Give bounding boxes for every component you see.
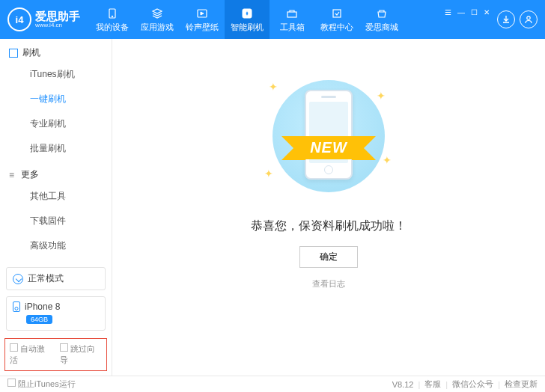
flash-icon — [9, 49, 18, 58]
view-log-link[interactable]: 查看日志 — [312, 278, 345, 290]
app-logo: i4 爱思助手 www.i4.cn — [7, 7, 90, 31]
store-icon — [374, 7, 389, 20]
user-icon[interactable] — [520, 10, 538, 28]
storage-badge: 64GB — [26, 315, 52, 324]
support-link[interactable]: 客服 — [424, 379, 441, 390]
sidebar-item[interactable]: 其他工具 — [0, 184, 112, 209]
sidebar-item[interactable]: 高级功能 — [0, 233, 112, 258]
device-mode[interactable]: 正常模式 — [6, 267, 106, 290]
hamburger-icon — [9, 170, 16, 180]
window-controls: ☰—☐✕ — [445, 8, 490, 16]
block-itunes-option[interactable]: 阻止iTunes运行 — [7, 379, 76, 390]
nav-media[interactable]: 铃声壁纸 — [180, 0, 225, 39]
menu-button[interactable]: ☰ — [445, 8, 451, 16]
logo-subtitle: www.i4.cn — [35, 22, 80, 28]
success-message: 恭喜您，保资料刷机成功啦！ — [251, 218, 407, 234]
mode-label: 正常模式 — [28, 272, 64, 285]
wechat-link[interactable]: 微信公众号 — [452, 379, 493, 390]
svg-point-1 — [112, 16, 113, 17]
nav-flash[interactable]: 智能刷机 — [225, 0, 270, 39]
nav-device[interactable]: 我的设备 — [90, 0, 135, 39]
mode-icon — [13, 274, 23, 284]
update-link[interactable]: 检查更新 — [505, 379, 538, 390]
new-ribbon: NEW — [296, 136, 361, 159]
sidebar-item[interactable]: 下载固件 — [0, 209, 112, 233]
sidebar-item[interactable]: 专业刷机 — [0, 111, 112, 136]
flash-icon — [240, 7, 255, 20]
device-name: iPhone 8 — [25, 301, 60, 312]
skip-wizard-option[interactable]: 跳过向导 — [60, 343, 103, 366]
sidebar-item[interactable]: iTunes刷机 — [0, 62, 112, 87]
nav-tutorial[interactable]: 教程中心 — [314, 0, 359, 39]
tutorial-icon — [329, 7, 344, 20]
sidebar-item[interactable]: 一键刷机 — [0, 87, 112, 111]
svg-rect-5 — [333, 10, 341, 17]
sidebar-section-more: 更多 — [0, 161, 112, 184]
logo-icon: i4 — [7, 7, 31, 31]
maximize-button[interactable]: ☐ — [471, 8, 478, 16]
minimize-button[interactable]: — — [457, 8, 465, 16]
app-header: i4 爱思助手 www.i4.cn 我的设备应用游戏铃声壁纸智能刷机工具箱教程中… — [0, 0, 545, 39]
status-bar: 阻止iTunes运行 V8.12 | 客服 | 微信公众号 | 检查更新 — [0, 376, 545, 392]
sidebar-section-flash: 刷机 — [0, 39, 112, 62]
sidebar-item[interactable]: 批量刷机 — [0, 136, 112, 161]
checkbox-icon — [7, 379, 16, 387]
section-label: 更多 — [21, 168, 39, 181]
header-right: ☰—☐✕ — [445, 8, 538, 31]
sidebar: 刷机 iTunes刷机一键刷机专业刷机批量刷机 更多 其他工具下载固件高级功能 … — [0, 39, 112, 376]
success-illustration: ✦ ✦ ✦ ✦ NEW — [239, 76, 418, 196]
confirm-button[interactable]: 确定 — [299, 246, 358, 268]
main-content: ✦ ✦ ✦ ✦ NEW 恭喜您，保资料刷机成功啦！ 确定 查看日志 — [112, 39, 545, 376]
svg-rect-4 — [287, 12, 296, 17]
phone-icon — [13, 301, 20, 312]
phone-graphic — [305, 90, 353, 180]
nav-toolbox[interactable]: 工具箱 — [270, 0, 314, 39]
device-icon — [105, 7, 120, 20]
bottom-options-highlight: 自动激活 跳过向导 — [4, 338, 107, 371]
device-info[interactable]: iPhone 8 64GB — [6, 296, 106, 331]
auto-activate-option[interactable]: 自动激活 — [10, 343, 52, 366]
section-label: 刷机 — [22, 46, 40, 59]
close-button[interactable]: ✕ — [484, 8, 490, 16]
checkbox-icon — [60, 343, 68, 352]
nav-apps[interactable]: 应用游戏 — [135, 0, 180, 39]
apps-icon — [150, 7, 165, 20]
checkbox-icon — [10, 343, 18, 352]
logo-title: 爱思助手 — [35, 10, 80, 22]
version-label: V8.12 — [392, 380, 414, 389]
nav-store[interactable]: 爱思商城 — [359, 0, 404, 39]
media-icon — [195, 7, 210, 20]
toolbox-icon — [284, 7, 299, 20]
top-nav: 我的设备应用游戏铃声壁纸智能刷机工具箱教程中心爱思商城 — [90, 0, 404, 39]
download-icon[interactable] — [497, 10, 515, 28]
svg-point-6 — [527, 16, 530, 19]
